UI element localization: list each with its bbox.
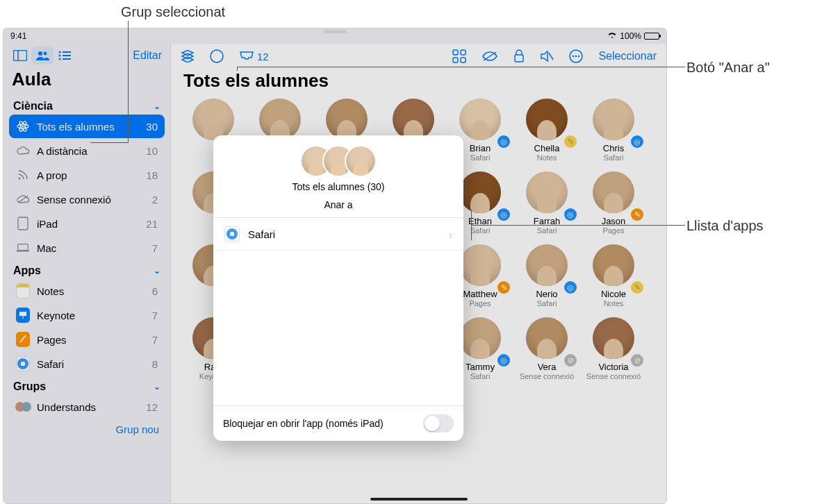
popover-app-row[interactable]: Safari› — [213, 218, 463, 251]
app-badge-icon: ⊘ — [563, 353, 578, 368]
svg-point-8 — [59, 58, 61, 60]
svg-point-3 — [44, 52, 47, 56]
sidebar-item-label: Tots els alumnes — [37, 121, 115, 133]
sidebar-item[interactable]: Mac7 — [9, 236, 165, 260]
home-indicator[interactable] — [370, 498, 468, 501]
sidebar-section-groups[interactable]: Grups ⌄ — [8, 376, 166, 394]
ipad-frame: 9:41 100% — [3, 28, 667, 504]
svg-rect-9 — [63, 58, 71, 60]
section-apps-label: Apps — [13, 264, 41, 277]
avatar — [593, 99, 634, 140]
sidebar-item[interactable]: A distància10 — [9, 139, 165, 162]
student-cell[interactable]: ✎NicoleNotes — [584, 244, 643, 308]
chevron-down-icon: ⌄ — [154, 101, 160, 111]
popover-avatars — [300, 145, 377, 177]
multitask-grabber-icon[interactable] — [323, 30, 347, 33]
avatar — [526, 99, 568, 140]
select-button[interactable]: Seleccionar — [598, 50, 657, 62]
sidebar-section-apps[interactable]: Apps ⌄ — [8, 260, 166, 278]
student-cell[interactable]: ⊘VeraSense connexió — [517, 317, 577, 380]
open-app-button[interactable] — [181, 50, 195, 62]
annotation-line — [471, 225, 685, 226]
svg-rect-19 — [19, 312, 26, 316]
svg-point-4 — [59, 51, 61, 53]
avatar — [192, 99, 234, 140]
student-app-label: Safari — [604, 153, 624, 162]
sidebar-item-count: 21 — [146, 218, 158, 230]
annotation-line — [128, 21, 129, 142]
navigate-button[interactable] — [210, 49, 224, 63]
student-app-label: Pages — [602, 226, 624, 235]
sidebar-item-label: Keynote — [37, 310, 75, 321]
sidebar-item[interactable]: Safari8 — [9, 352, 165, 376]
svg-point-31 — [575, 56, 577, 58]
sidebar-item[interactable]: Pages7 — [9, 328, 165, 351]
sidebar-item-label: Notes — [37, 285, 64, 297]
sidebar-item-label: Mac — [37, 242, 56, 254]
sidebar-section-class[interactable]: Ciència ⌄ — [8, 96, 166, 114]
student-name: Vera — [538, 362, 557, 372]
sidebar-item[interactable]: Sense connexió2 — [9, 187, 165, 211]
svg-line-28 — [549, 53, 553, 60]
avatar — [593, 171, 634, 213]
student-app-label: Safari — [470, 153, 491, 162]
more-button[interactable] — [569, 49, 583, 63]
popover-group-label: Tots els alumnes (30) — [292, 181, 384, 192]
safari-icon — [16, 357, 30, 371]
sidebar-item[interactable]: Tots els alumnes30 — [9, 115, 165, 138]
mac-icon — [16, 241, 30, 255]
view-list-button[interactable] — [53, 47, 76, 65]
student-name: Victoria — [598, 362, 628, 372]
sidebar-item-count: 7 — [152, 310, 158, 321]
sidebar-item[interactable]: Keynote7 — [9, 303, 165, 327]
svg-rect-0 — [14, 51, 27, 61]
toolbar: 12 — [171, 44, 666, 67]
view-people-button[interactable] — [31, 47, 53, 65]
svg-rect-24 — [453, 58, 458, 62]
student-app-label: Safari — [537, 226, 557, 235]
student-cell[interactable]: ✎ChellaNotes — [517, 99, 577, 162]
sidebar-item[interactable]: iPad21 — [9, 212, 165, 235]
sidebar-item-count: 10 — [146, 145, 158, 157]
sidebar-item-count: 2 — [152, 194, 158, 205]
page-title: Tots els alumnes — [171, 67, 666, 99]
edit-button[interactable]: Editar — [130, 48, 165, 63]
sidebar-item-label: Safari — [37, 358, 64, 370]
hide-button[interactable] — [481, 51, 498, 62]
annotation-line — [237, 67, 238, 71]
new-group-button[interactable]: Grup nou — [8, 419, 166, 444]
sidebar-item[interactable]: A prop18 — [9, 163, 165, 187]
sidebar-item[interactable]: Understands12 — [9, 395, 165, 419]
screens-button[interactable] — [452, 49, 466, 63]
avatar — [593, 317, 634, 359]
student-name: Chella — [534, 143, 560, 153]
app-badge-icon: ◎ — [563, 207, 578, 222]
section-class-label: Ciència — [13, 100, 53, 112]
student-app-label: Notes — [604, 299, 624, 308]
avatar — [526, 171, 568, 213]
annotation-navigate-button: Botó "Anar a" — [686, 60, 770, 76]
sidebar-item-count: 30 — [146, 121, 158, 133]
app-badge-icon: ✎ — [563, 134, 578, 149]
mute-button[interactable] — [540, 50, 554, 62]
svg-rect-16 — [18, 217, 28, 230]
sidebar-toggle-button[interactable] — [9, 47, 31, 65]
sidebar-item[interactable]: Notes6 — [9, 279, 165, 303]
svg-rect-23 — [461, 50, 466, 55]
lock-on-open-switch[interactable] — [423, 414, 454, 432]
student-app-label: Sense connexió — [520, 372, 574, 380]
inbox-button[interactable]: 12 — [239, 51, 269, 62]
sidebar-item-label: Understands — [37, 401, 96, 413]
popover-action-title: Anar a — [324, 199, 352, 210]
student-app-label: Notes — [537, 153, 557, 162]
student-cell[interactable]: ⊘VictoriaSense connexió — [584, 317, 643, 380]
student-cell[interactable]: ◎NerioSafari — [517, 244, 577, 308]
student-cell[interactable]: ◎ChrisSafari — [584, 99, 643, 162]
sidebar-item-label: A distància — [37, 145, 88, 157]
annotation-line — [237, 67, 685, 67]
lock-button[interactable] — [513, 49, 525, 63]
avatar — [459, 171, 501, 213]
student-name: Brian — [470, 143, 491, 153]
wifi-icon — [607, 31, 617, 41]
battery-percent: 100% — [620, 31, 641, 41]
